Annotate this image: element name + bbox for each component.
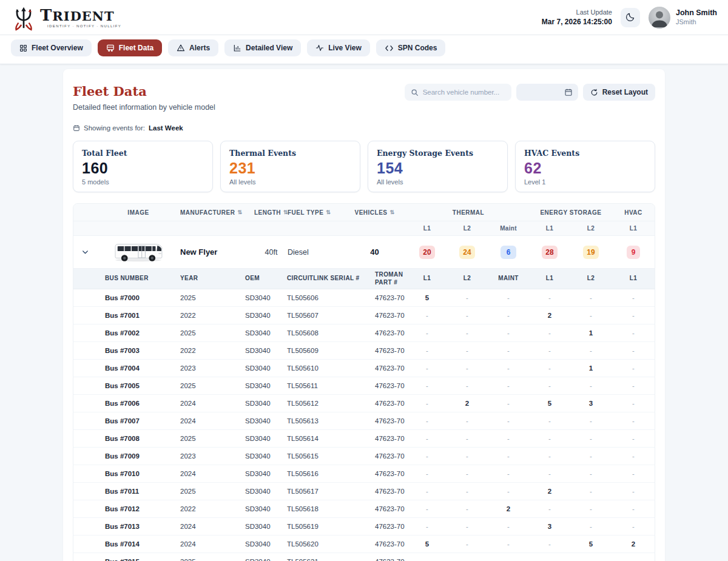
event-count: - — [447, 488, 487, 495]
event-count: - — [487, 488, 530, 495]
event-count: 5 — [570, 540, 612, 548]
part-number: 47623-70 — [375, 329, 407, 337]
oem: SD3040 — [245, 470, 287, 477]
bus-row[interactable]: Bus #70132024SD3040TL50561947623-70---3-… — [73, 518, 655, 536]
bus-row[interactable]: Bus #70072024SD3040TL50561347623-70-----… — [73, 412, 655, 430]
event-count: 3 — [530, 523, 570, 530]
tab-alerts[interactable]: Alerts — [168, 39, 218, 56]
stat-value: 62 — [524, 160, 646, 177]
reset-layout-button[interactable]: Reset Layout — [583, 84, 655, 101]
oem: SD3040 — [245, 435, 287, 442]
badge-thermal-l2: 24 — [447, 246, 487, 259]
event-count: - — [570, 505, 612, 512]
event-count: - — [570, 382, 612, 389]
trident-logo-icon — [11, 4, 36, 31]
code-icon — [385, 44, 394, 52]
bus-row[interactable]: Bus #70152025SD3040TL50562147623-70-----… — [73, 553, 655, 561]
part-number: 47623-70 — [375, 382, 407, 389]
col-thermal-maint: Maint — [487, 225, 530, 232]
col-oem: OEM — [245, 275, 287, 283]
oem: SD3040 — [245, 294, 287, 301]
event-count: - — [447, 452, 487, 460]
bus-row[interactable]: Bus #70082025SD3040TL50561447623-70-----… — [73, 430, 655, 448]
col-vehicles[interactable]: VEHICLES⇅ — [342, 209, 407, 216]
detail-rows: Bus #70002025SD3040TL50560647623-705----… — [73, 289, 655, 561]
showing-events: Showing events for: Last Week — [73, 124, 655, 132]
part-number: 47623-70 — [375, 435, 407, 442]
badge-thermal-maint: 6 — [487, 246, 530, 259]
event-count: - — [530, 364, 570, 372]
date-picker[interactable] — [516, 84, 578, 101]
event-count: - — [487, 312, 530, 319]
col-manufacturer[interactable]: MANUFACTURER⇅ — [180, 209, 255, 216]
event-count: - — [570, 558, 612, 561]
event-count: 2 — [487, 505, 530, 512]
stat-cards: Total Fleet 160 5 models Thermal Events … — [73, 141, 655, 192]
bus-row[interactable]: Bus #70042023SD3040TL50561047623-70----1… — [73, 360, 655, 377]
event-count: - — [612, 347, 655, 354]
oem: SD3040 — [245, 364, 287, 372]
event-count: - — [612, 312, 655, 319]
bus-row[interactable]: Bus #70002025SD3040TL50560647623-705----… — [73, 289, 655, 307]
tab-detailed-view[interactable]: Detailed View — [224, 39, 301, 56]
top-bar: TRIDENT IDENTIFY · NOTIFY · NULLIFY Last… — [0, 0, 728, 35]
year: 2023 — [180, 364, 245, 372]
part-number: 47623-70 — [375, 470, 407, 477]
model-row-new-flyer[interactable]: New Flyer 40ft Diesel 40 20 24 6 28 19 9 — [73, 236, 655, 269]
bus-row[interactable]: Bus #70122022SD3040TL50561847623-70--2--… — [73, 500, 655, 518]
last-update: Last Update Mar 7, 2026 14:25:00 — [542, 8, 612, 27]
fleet-table: IMAGE MANUFACTURER⇅ LENGTH⇅ FUEL TYPE⇅ V… — [73, 203, 655, 561]
part-number: 47623-70 — [375, 312, 407, 319]
bus-image — [96, 241, 180, 264]
event-count: - — [612, 364, 655, 372]
serial-number: TL505615 — [287, 452, 375, 460]
oem: SD3040 — [245, 417, 287, 425]
serial-number: TL505619 — [287, 523, 375, 530]
search-box — [405, 84, 511, 101]
event-count: - — [570, 294, 612, 301]
event-count: 5 — [407, 294, 447, 301]
event-count: - — [612, 470, 655, 477]
oem: SD3040 — [245, 347, 287, 354]
bus-number: Bus #7005 — [73, 382, 180, 389]
bus-row[interactable]: Bus #70052025SD3040TL50561147623-70-----… — [73, 377, 655, 395]
tab-live-view[interactable]: Live View — [307, 39, 369, 56]
user-handle: JSmith — [676, 18, 717, 26]
bus-row[interactable]: Bus #70142024SD3040TL50562047623-705---5… — [73, 536, 655, 553]
event-count: - — [487, 558, 530, 561]
bus-row[interactable]: Bus #70022025SD3040TL50560847623-70----1… — [73, 324, 655, 342]
bus-row[interactable]: Bus #70092023SD3040TL50561547623-70-----… — [73, 448, 655, 465]
event-count: - — [487, 364, 530, 372]
bus-number: Bus #7013 — [73, 523, 180, 530]
event-count: - — [407, 523, 447, 530]
tab-fleet-overview[interactable]: Fleet Overview — [11, 39, 92, 56]
user-menu[interactable]: John Smith JSmith — [649, 7, 717, 29]
stat-card-thermal-events: Thermal Events 231 All levels — [220, 141, 360, 192]
event-count: - — [447, 540, 487, 548]
bus-row[interactable]: Bus #70032022SD3040TL50560947623-70-----… — [73, 342, 655, 360]
part-number: 47623-70 — [375, 523, 407, 530]
col-length[interactable]: LENGTH⇅ — [255, 209, 288, 216]
event-count: - — [612, 417, 655, 425]
dark-mode-toggle[interactable] — [621, 8, 640, 27]
serial-number: TL505606 — [287, 294, 375, 301]
alert-triangle-icon — [177, 44, 185, 52]
tab-spn-codes[interactable]: SPN Codes — [376, 39, 446, 56]
serial-number: TL505617 — [287, 488, 375, 495]
bus-row[interactable]: Bus #70102024SD3040TL50561647623-70-----… — [73, 465, 655, 483]
stat-card-energy-storage-events: Energy Storage Events 154 All levels — [368, 141, 508, 192]
event-count: - — [447, 347, 487, 354]
bus-row[interactable]: Bus #70112025SD3040TL50561747623-70---2-… — [73, 483, 655, 500]
chevron-down-icon[interactable] — [73, 248, 96, 256]
bus-row[interactable]: Bus #70012022SD3040TL50560747623-70---2-… — [73, 307, 655, 324]
tab-fleet-data[interactable]: Fleet Data — [98, 39, 162, 56]
event-count: 2 — [530, 488, 570, 495]
bus-row[interactable]: Bus #70062024SD3040TL50561247623-70-2-53… — [73, 395, 655, 412]
col-fuel-type[interactable]: FUEL TYPE⇅ — [288, 209, 342, 216]
year: 2022 — [180, 312, 245, 319]
year: 2025 — [180, 329, 245, 337]
bus-number: Bus #7011 — [73, 488, 180, 495]
event-count: - — [447, 417, 487, 425]
brand-logo: TRIDENT IDENTIFY · NOTIFY · NULLIFY — [11, 4, 121, 31]
search-input[interactable] — [423, 89, 505, 96]
